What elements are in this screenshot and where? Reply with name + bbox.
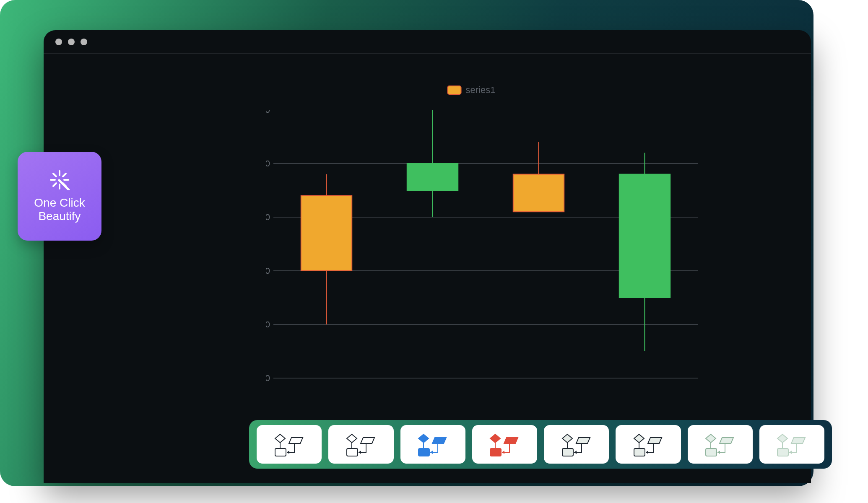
candle-body [619, 174, 670, 298]
window-titlebar [44, 30, 811, 54]
svg-rect-14 [562, 449, 573, 456]
flowchart-icon [268, 430, 310, 459]
y-tick-label: 50 [266, 110, 270, 114]
svg-line-26 [53, 174, 56, 176]
svg-rect-18 [706, 449, 717, 456]
candle-body [513, 174, 564, 212]
svg-line-29 [53, 183, 56, 186]
svg-rect-8 [347, 449, 358, 456]
theme-toolbar [249, 420, 832, 469]
svg-line-30 [59, 180, 69, 190]
flowchart-icon [340, 430, 382, 459]
flowchart-icon [771, 430, 813, 459]
one-click-beautify-button[interactable]: One Click Beautify [18, 152, 101, 241]
svg-rect-6 [275, 449, 286, 456]
svg-line-28 [63, 174, 66, 176]
window-dot-minimize-icon[interactable] [68, 39, 75, 45]
flowchart-icon [556, 430, 598, 459]
theme-outline-white[interactable] [257, 425, 322, 464]
y-tick-label: 0 [266, 373, 270, 382]
theme-pale-2[interactable] [759, 425, 824, 464]
window-dot-close-icon[interactable] [55, 39, 62, 45]
flowchart-icon [699, 430, 741, 459]
theme-pale-1[interactable] [688, 425, 753, 464]
y-tick-label: 30 [266, 212, 270, 222]
app-window: series1 01020304050 [44, 30, 811, 483]
legend-label: series1 [466, 85, 496, 96]
theme-blue[interactable] [400, 425, 465, 464]
sparkle-icon [49, 169, 70, 190]
svg-rect-10 [418, 449, 429, 456]
candle-body [407, 163, 458, 190]
flowchart-icon [483, 430, 525, 459]
y-tick-label: 40 [266, 158, 270, 168]
candlestick-chart: series1 01020304050 [241, 85, 702, 382]
theme-gray-green-2[interactable] [616, 425, 681, 464]
svg-rect-16 [634, 449, 645, 456]
window-dot-zoom-icon[interactable] [81, 39, 87, 45]
theme-red[interactable] [472, 425, 537, 464]
svg-rect-12 [490, 449, 501, 456]
theme-outline-white-2[interactable] [328, 425, 393, 464]
y-tick-label: 10 [266, 319, 270, 329]
y-tick-label: 20 [266, 266, 270, 275]
flowchart-icon [412, 430, 454, 459]
chart-legend: series1 [447, 85, 496, 96]
theme-gray-green-1[interactable] [544, 425, 609, 464]
candle-body [301, 196, 352, 271]
beautify-label-2: Beautify [38, 210, 81, 223]
svg-rect-20 [777, 449, 788, 456]
beautify-label-1: One Click [34, 196, 85, 209]
legend-swatch-icon [447, 86, 462, 95]
flowchart-icon [627, 430, 669, 459]
